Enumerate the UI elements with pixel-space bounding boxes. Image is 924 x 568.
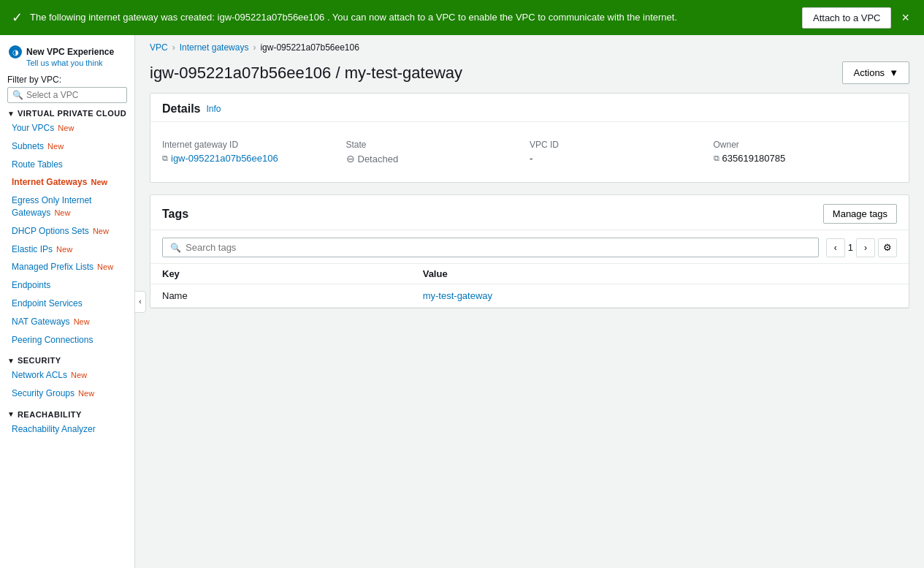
tags-value-header: Value [411, 264, 909, 284]
page-title: igw-095221a07b56ee106 / my-test-gateway [150, 64, 462, 83]
details-card: Details Info Internet gateway ID ⧉ igw-0… [150, 93, 909, 183]
banner-close-button[interactable]: × [898, 10, 912, 26]
sidebar: ◑ New VPC Experience Tell us what you th… [0, 35, 135, 568]
owner-value: ⧉ 635619180785 [714, 153, 886, 164]
sidebar-item-endpoint-services[interactable]: Endpoint Services [0, 295, 134, 313]
sidebar-top: ◑ New VPC Experience Tell us what you th… [0, 41, 134, 70]
actions-label: Actions [853, 67, 885, 78]
filter-by-vpc: Filter by VPC: 🔍 [0, 70, 134, 106]
page-header: igw-095221a07b56ee106 / my-test-gateway … [135, 57, 924, 93]
sidebar-item-managed-prefix[interactable]: Managed Prefix Lists New [0, 258, 134, 276]
route-tables-label: Route Tables [12, 159, 63, 170]
detail-gateway-id: Internet gateway ID ⧉ igw-095221a07b56ee… [162, 134, 346, 170]
vpc-id-text: - [530, 153, 532, 164]
sidebar-item-internet-gateways[interactable]: Internet Gateways New [0, 173, 134, 192]
tags-key-header: Key [150, 264, 411, 284]
vpc-filter-input[interactable] [26, 90, 122, 100]
subnets-label: Subnets [12, 141, 44, 151]
breadcrumb-vpc[interactable]: VPC [150, 42, 168, 53]
tags-settings-button[interactable]: ⚙ [878, 238, 897, 257]
details-card-header: Details Info [150, 94, 909, 122]
breadcrumb-current: igw-095221a07b56ee106 [260, 42, 359, 53]
reachability-section-arrow: ▼ [7, 410, 15, 418]
details-card-body: Internet gateway ID ⧉ igw-095221a07b56ee… [150, 122, 909, 182]
attach-to-vpc-button[interactable]: Attach to a VPC [802, 7, 892, 29]
sidebar-item-nat-gateways[interactable]: NAT Gateways New [0, 313, 134, 331]
gateway-id-label: Internet gateway ID [162, 140, 335, 150]
success-banner: ✓ The following internet gateway was cre… [0, 0, 924, 35]
reachability-analyzer-label: Reachability Analyzer [12, 424, 96, 434]
copy-owner-icon[interactable]: ⧉ [714, 154, 719, 163]
filter-label: Filter by VPC: [7, 75, 127, 85]
state-detached-icon: ⊖ [346, 153, 355, 164]
vpc-id-label: VPC ID [530, 140, 702, 150]
breadcrumb: VPC › Internet gateways › igw-095221a07b… [135, 35, 924, 57]
tags-search-input-wrapper[interactable]: 🔍 [162, 238, 819, 257]
search-icon: 🔍 [12, 90, 23, 100]
sidebar-item-security-groups[interactable]: Security Groups New [0, 385, 134, 403]
details-info-link[interactable]: Info [206, 104, 221, 114]
vpc-id-value: - [530, 153, 702, 164]
detail-state: State ⊖ Detached [346, 134, 530, 170]
tags-prev-button[interactable]: ‹ [826, 238, 845, 257]
sidebar-item-network-acls[interactable]: Network ACLs New [0, 366, 134, 385]
sidebar-item-subnets[interactable]: Subnets New [0, 137, 134, 156]
sidebar-item-route-tables[interactable]: Route Tables [0, 156, 134, 174]
tags-card-header: Tags Manage tags [150, 195, 909, 230]
breadcrumb-sep-2: › [253, 42, 256, 53]
sidebar-item-peering-connections[interactable]: Peering Connections [0, 331, 134, 349]
vpc-filter-input-wrapper[interactable]: 🔍 [7, 87, 127, 103]
sidebar-item-endpoints[interactable]: Endpoints [0, 276, 134, 295]
state-value: ⊖ Detached [346, 153, 519, 164]
breadcrumb-internet-gateways[interactable]: Internet gateways [180, 42, 249, 53]
new-vpc-title: New VPC Experience [26, 47, 114, 57]
search-tags-input[interactable] [186, 242, 811, 253]
tags-next-button[interactable]: › [856, 238, 875, 257]
details-title: Details [162, 102, 200, 116]
sidebar-item-reachability-analyzer[interactable]: Reachability Analyzer [0, 420, 134, 439]
dhcp-options-label: DHCP Options Sets [12, 226, 89, 236]
actions-button[interactable]: Actions ▼ [842, 61, 909, 84]
tags-search-area: 🔍 ‹ 1 › ⚙ [150, 230, 909, 263]
breadcrumb-sep-1: › [172, 42, 175, 53]
elastic-ips-label: Elastic IPs [12, 244, 53, 254]
endpoints-label: Endpoints [12, 280, 50, 290]
network-acls-label: Network ACLs [12, 370, 67, 380]
tags-title: Tags [162, 208, 188, 221]
reachability-section-title: REACHABILITY [18, 410, 82, 419]
owner-label: Owner [714, 140, 886, 150]
tags-card: Tags Manage tags 🔍 ‹ 1 › ⚙ [150, 194, 909, 308]
copy-gateway-id-icon[interactable]: ⧉ [162, 154, 168, 163]
tag-value-0: my-test-gateway [411, 284, 909, 308]
internet-gateways-label: Internet Gateways [12, 177, 87, 187]
sidebar-collapse-button[interactable]: ‹ [134, 291, 146, 313]
state-label: State [346, 140, 519, 150]
tags-page-number: 1 [848, 242, 853, 253]
sidebar-item-elastic-ips[interactable]: Elastic IPs New [0, 241, 134, 259]
detail-owner: Owner ⧉ 635619180785 [714, 134, 898, 170]
tag-key-0: Name [150, 284, 411, 308]
search-tags-icon: 🔍 [170, 243, 181, 253]
sidebar-item-your-vpcs[interactable]: Your VPCs New [0, 119, 134, 137]
security-section-title: SECURITY [18, 356, 61, 365]
peering-connections-label: Peering Connections [12, 335, 93, 345]
manage-tags-button[interactable]: Manage tags [823, 204, 897, 224]
check-circle-icon: ✓ [12, 10, 23, 26]
tell-us-link[interactable]: Tell us what you think [26, 58, 126, 67]
vpc-section-arrow: ▼ [7, 110, 15, 118]
tags-table: Key Value Name my-test-gateway [150, 263, 909, 308]
security-groups-label: Security Groups [12, 388, 75, 398]
banner-message: The following internet gateway was creat… [30, 11, 795, 24]
gateway-id-link[interactable]: igw-095221a07b56ee106 [171, 153, 278, 164]
managed-prefix-label: Managed Prefix Lists [12, 262, 93, 272]
sidebar-item-egress-only[interactable]: Egress Only Internet Gateways New [0, 192, 134, 222]
nat-gateways-label: NAT Gateways [12, 317, 70, 327]
tag-row-0: Name my-test-gateway [150, 284, 909, 308]
security-section-arrow: ▼ [7, 357, 15, 365]
new-vpc-icon: ◑ [9, 45, 22, 58]
sidebar-item-dhcp-options[interactable]: DHCP Options Sets New [0, 222, 134, 241]
details-grid: Internet gateway ID ⧉ igw-095221a07b56ee… [162, 134, 897, 170]
owner-text: 635619180785 [722, 153, 786, 164]
actions-dropdown-icon: ▼ [889, 67, 898, 78]
endpoint-services-label: Endpoint Services [12, 298, 83, 308]
